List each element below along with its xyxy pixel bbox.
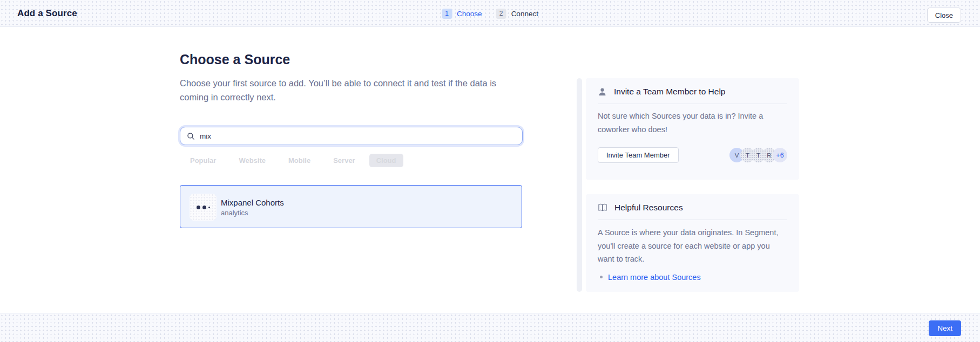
body-line: Not sure which Sources your data is in? … <box>598 110 787 123</box>
avatar-stack: V T T R +6 <box>729 148 787 162</box>
body-line: A Source is where your data originates. … <box>598 226 787 240</box>
page-title: Add a Source <box>17 8 77 19</box>
learn-more-sources-link[interactable]: Learn more about Sources <box>608 273 701 282</box>
invite-panel-header: Invite a Team Member to Help <box>586 78 799 104</box>
step-choose: 1 Choose <box>442 9 482 19</box>
invite-actions-row: Invite Team Member V T T R +6 <box>586 136 799 163</box>
source-result-card[interactable]: Mixpanel Cohorts analytics <box>180 185 522 228</box>
mixpanel-logo-icon <box>190 194 217 221</box>
tab-popular[interactable]: Popular <box>190 156 216 165</box>
top-bar: Add a Source 1 Choose 2 Connect Close <box>0 0 980 27</box>
invite-team-panel: Invite a Team Member to Help Not sure wh… <box>586 78 799 180</box>
description-line: Choose your first source to add. You’ll … <box>180 76 496 90</box>
resource-link-item: Learn more about Sources <box>586 266 799 282</box>
close-button[interactable]: Close <box>927 8 961 23</box>
tab-mobile[interactable]: Mobile <box>288 156 310 165</box>
next-button[interactable]: Next <box>929 320 961 336</box>
resources-panel-title: Helpful Resources <box>614 203 683 213</box>
tab-cloud[interactable]: Cloud <box>369 154 403 167</box>
search-icon <box>187 132 195 140</box>
description-line: coming in correctly next. <box>180 90 496 104</box>
avatar-overflow-badge[interactable]: +6 <box>773 148 787 162</box>
logo-dot <box>208 207 210 208</box>
add-source-page: Add a Source 1 Choose 2 Connect Close Ch… <box>0 0 980 342</box>
step-connect: 2 Connect <box>496 9 538 19</box>
invite-panel-body: Not sure which Sources your data is in? … <box>586 104 799 136</box>
step-number-badge: 2 <box>496 9 506 19</box>
tab-server[interactable]: Server <box>333 156 355 165</box>
open-book-icon <box>598 203 607 212</box>
main-description: Choose your first source to add. You’ll … <box>180 76 496 104</box>
person-icon <box>598 87 607 97</box>
scrollbar-track[interactable] <box>577 78 582 292</box>
source-name: Mixpanel Cohorts <box>221 198 284 207</box>
category-tabs: Popular Website Mobile Server Cloud <box>190 154 403 167</box>
resources-panel-header: Helpful Resources <box>586 194 799 220</box>
body-line: want to track. <box>598 252 787 266</box>
bullet-icon <box>600 276 603 278</box>
search-input[interactable] <box>200 132 516 140</box>
helpful-resources-panel: Helpful Resources A Source is where your… <box>586 194 799 292</box>
tab-website[interactable]: Website <box>239 156 266 165</box>
step-number-badge: 1 <box>442 9 452 19</box>
body-line: coworker who does! <box>598 123 787 136</box>
invite-team-member-button[interactable]: Invite Team Member <box>598 147 679 163</box>
main-heading: Choose a Source <box>180 52 290 67</box>
source-category: analytics <box>221 209 248 217</box>
bottom-bar: Next <box>0 313 980 342</box>
invite-panel-title: Invite a Team Member to Help <box>614 87 725 97</box>
logo-dot <box>197 206 200 209</box>
logo-dot <box>202 206 206 209</box>
step-label: Choose <box>457 10 482 18</box>
body-line: you'll create a source for each website … <box>598 240 787 253</box>
stepper: 1 Choose 2 Connect <box>442 0 538 27</box>
source-search <box>180 127 523 145</box>
step-label: Connect <box>511 10 538 18</box>
resources-panel-body: A Source is where your data originates. … <box>586 220 799 266</box>
